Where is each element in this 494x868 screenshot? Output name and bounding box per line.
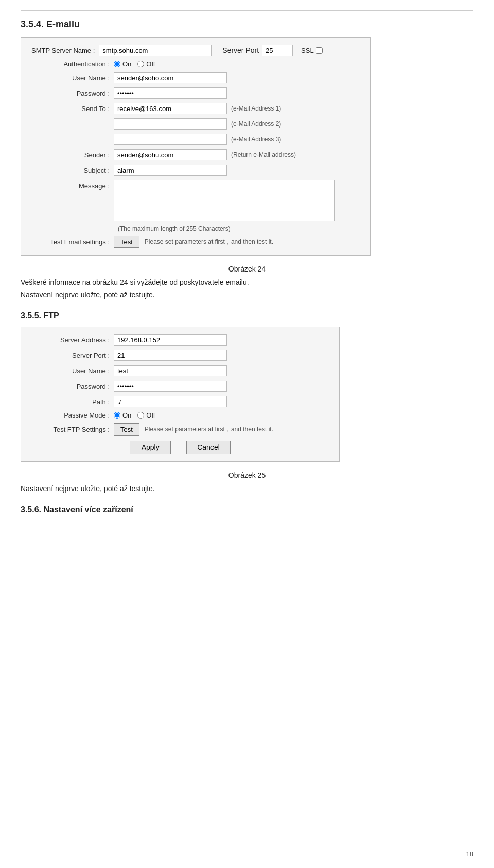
- ftp-caption: Obrázek 25: [21, 471, 473, 479]
- passive-mode-radio-group: On Off: [114, 411, 155, 419]
- ftp-password-label: Password :: [31, 383, 114, 390]
- sendto-input1[interactable]: [114, 103, 227, 114]
- auth-off-option[interactable]: Off: [137, 60, 155, 68]
- ftp-password-row: Password :: [31, 381, 329, 392]
- sendto-row3: (e-Mail Address 3): [31, 134, 360, 145]
- smtp-header-row: SMTP Server Name : Server Port SSL: [31, 45, 360, 56]
- ftp-username-input[interactable]: [114, 365, 227, 376]
- email-password-input[interactable]: [114, 87, 227, 99]
- ftp-path-row: Path :: [31, 396, 329, 407]
- ftp-test-label: Test FTP Settings :: [31, 426, 114, 433]
- sender-input[interactable]: [114, 149, 227, 160]
- ftp-server-port-row: Server Port :: [31, 350, 329, 361]
- subject-label: Subject :: [31, 167, 114, 174]
- email-test-button[interactable]: Test: [114, 236, 139, 248]
- ftp-server-address-label: Server Address :: [31, 336, 114, 344]
- sendto-input3[interactable]: [114, 134, 227, 145]
- ftp-username-row: User Name :: [31, 365, 329, 376]
- section-email-title: 3.5.4. E-mailu: [21, 19, 473, 30]
- section-ftp-title: 3.5.5. FTP: [21, 311, 473, 320]
- passive-off-radio[interactable]: [137, 412, 144, 419]
- ftp-test-row: Test FTP Settings : Test Please set para…: [31, 423, 329, 436]
- ftp-path-input[interactable]: [114, 396, 227, 407]
- ftp-server-address-input[interactable]: [114, 334, 227, 346]
- sendto-row2: (e-Mail Address 2): [31, 118, 360, 130]
- ssl-checkbox[interactable]: [316, 47, 323, 54]
- email-username-input[interactable]: [114, 72, 227, 83]
- smtp-server-label: SMTP Server Name :: [31, 47, 99, 55]
- message-textarea[interactable]: [114, 180, 335, 221]
- server-port-input[interactable]: [262, 45, 293, 56]
- top-divider: [21, 10, 473, 11]
- message-max-note: (The maximum length of 255 Characters): [31, 225, 360, 232]
- ftp-server-address-row: Server Address :: [31, 334, 329, 346]
- auth-label: Authentication :: [31, 60, 114, 68]
- ftp-password-input[interactable]: [114, 381, 227, 392]
- sendto-note3: (e-Mail Address 3): [231, 136, 281, 143]
- ftp-username-label: User Name :: [31, 367, 114, 375]
- sendto-note2: (e-Mail Address 2): [231, 120, 281, 128]
- subject-input[interactable]: [114, 165, 227, 176]
- email-username-row: User Name :: [31, 72, 360, 83]
- auth-off-label: Off: [146, 60, 155, 68]
- email-form-box: SMTP Server Name : Server Port SSL Authe…: [21, 37, 370, 256]
- sendto-row1: Send To : (e-Mail Address 1): [31, 103, 360, 114]
- apply-button[interactable]: Apply: [130, 441, 171, 454]
- sender-row: Sender : (Return e-Mail address): [31, 149, 360, 160]
- sendto-note1: (e-Mail Address 1): [231, 105, 281, 112]
- passive-on-option[interactable]: On: [114, 411, 131, 419]
- sendto-label: Send To :: [31, 105, 114, 113]
- auth-on-label: On: [122, 60, 131, 68]
- passive-off-option[interactable]: Off: [137, 411, 155, 419]
- ftp-form-box: Server Address : Server Port : User Name…: [21, 327, 340, 462]
- sender-label: Sender :: [31, 151, 114, 159]
- auth-off-radio[interactable]: [137, 61, 144, 67]
- sender-note: (Return e-Mail address): [231, 151, 296, 158]
- cancel-button[interactable]: Cancel: [186, 441, 231, 454]
- passive-on-radio[interactable]: [114, 412, 120, 419]
- passive-mode-row: Passive Mode : On Off: [31, 411, 329, 419]
- ftp-body-text: Nastavení nejprve uložte, poté až testuj…: [21, 484, 473, 493]
- email-test-note: Please set parameters at first，and then …: [145, 238, 273, 246]
- apply-cancel-row: Apply Cancel: [31, 441, 329, 454]
- passive-on-label: On: [122, 411, 131, 419]
- email-password-row: Password :: [31, 87, 360, 99]
- ftp-path-label: Path :: [31, 398, 114, 406]
- auth-radio-group: On Off: [114, 60, 155, 68]
- email-test-row: Test Email settings : Test Please set pa…: [31, 236, 360, 248]
- email-password-label: Password :: [31, 89, 114, 97]
- ssl-group: SSL: [301, 47, 323, 55]
- auth-on-option[interactable]: On: [114, 60, 131, 68]
- email-body-text1: Veškeré informace na obrázku 24 si vyžád…: [21, 278, 473, 286]
- server-port-label: Server Port: [222, 46, 259, 55]
- subject-row: Subject :: [31, 165, 360, 176]
- server-port-group: Server Port: [222, 45, 293, 56]
- email-username-label: User Name :: [31, 74, 114, 82]
- message-label: Message :: [31, 180, 114, 190]
- smtp-server-input[interactable]: [99, 45, 212, 56]
- ftp-test-note: Please set parameters at first，and then …: [145, 425, 273, 434]
- ftp-server-port-input[interactable]: [114, 350, 227, 361]
- ftp-test-button[interactable]: Test: [114, 423, 139, 436]
- email-body-text2: Nastavení nejprve uložte, poté až testuj…: [21, 291, 473, 299]
- section-multi-title: 3.5.6. Nastavení více zařízení: [21, 505, 473, 514]
- auth-row: Authentication : On Off: [31, 60, 360, 68]
- email-test-label: Test Email settings :: [31, 238, 114, 246]
- passive-off-label: Off: [146, 411, 155, 419]
- email-caption: Obrázek 24: [21, 265, 473, 273]
- message-row: Message :: [31, 180, 360, 221]
- ftp-server-port-label: Server Port :: [31, 352, 114, 359]
- ssl-label: SSL: [301, 47, 314, 55]
- auth-on-radio[interactable]: [114, 61, 120, 67]
- passive-mode-label: Passive Mode :: [31, 411, 114, 419]
- sendto-input2[interactable]: [114, 118, 227, 130]
